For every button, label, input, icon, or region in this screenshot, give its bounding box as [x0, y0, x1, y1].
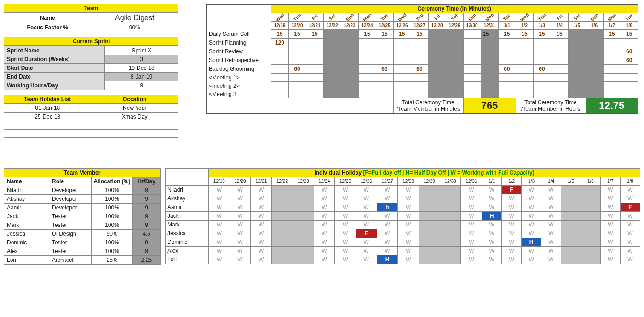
ceremony-cell[interactable] — [551, 56, 568, 65]
ceremony-cell[interactable] — [568, 82, 586, 90]
indiv-cell[interactable] — [440, 221, 461, 229]
indiv-cell[interactable] — [440, 238, 461, 247]
member-role[interactable]: Developer — [50, 204, 92, 212]
sprint-row-value[interactable]: 9 — [105, 81, 178, 90]
ceremony-cell[interactable] — [568, 65, 586, 74]
member-role[interactable]: Tester — [50, 212, 92, 221]
indiv-cell[interactable]: W — [502, 247, 522, 255]
indiv-cell[interactable] — [581, 247, 600, 255]
ceremony-cell[interactable] — [271, 82, 288, 90]
indiv-cell[interactable] — [440, 186, 461, 194]
ceremony-cell[interactable] — [376, 74, 393, 82]
indiv-cell[interactable]: W — [461, 238, 482, 247]
holiday-date[interactable] — [4, 130, 91, 138]
ceremony-cell[interactable] — [358, 47, 376, 56]
indiv-cell[interactable] — [581, 186, 600, 194]
ceremony-cell[interactable] — [428, 39, 446, 47]
indiv-cell[interactable]: W — [356, 203, 377, 212]
indiv-cell[interactable]: W — [620, 247, 640, 255]
ceremony-cell[interactable] — [271, 74, 288, 82]
ceremony-cell[interactable] — [481, 39, 498, 47]
indiv-cell[interactable]: W — [230, 238, 251, 247]
ceremony-cell[interactable] — [341, 47, 358, 56]
indiv-cell[interactable] — [561, 247, 581, 255]
indiv-cell[interactable]: W — [502, 203, 522, 212]
indiv-cell[interactable]: W — [230, 212, 251, 221]
indiv-cell[interactable]: W — [502, 238, 522, 247]
ceremony-cell[interactable] — [568, 90, 586, 98]
ceremony-cell[interactable] — [393, 82, 411, 90]
ceremony-cell[interactable] — [341, 90, 358, 98]
indiv-cell[interactable] — [561, 255, 581, 264]
member-name[interactable]: Lori — [4, 256, 50, 265]
indiv-cell[interactable]: W — [314, 186, 335, 194]
indiv-cell[interactable] — [419, 203, 440, 212]
ceremony-cell[interactable] — [428, 56, 446, 65]
holiday-date[interactable]: 01-Jan-18 — [4, 104, 91, 113]
ceremony-cell[interactable] — [498, 90, 516, 98]
ceremony-cell[interactable] — [551, 74, 568, 82]
ceremony-cell[interactable] — [621, 90, 638, 98]
indiv-cell[interactable]: W — [600, 212, 620, 221]
indiv-cell[interactable]: W — [209, 247, 230, 255]
member-alloc[interactable]: 100% — [92, 221, 133, 230]
ceremony-cell[interactable] — [288, 90, 306, 98]
indiv-cell[interactable]: W — [482, 194, 502, 203]
indiv-cell[interactable]: W — [620, 229, 640, 238]
indiv-cell[interactable]: W — [209, 238, 230, 247]
indiv-cell[interactable]: W — [482, 186, 502, 194]
ceremony-cell[interactable] — [446, 82, 463, 90]
indiv-cell[interactable]: W — [522, 186, 541, 194]
ceremony-cell[interactable] — [463, 30, 481, 39]
member-name[interactable]: Jessica — [4, 230, 50, 238]
ceremony-cell[interactable] — [358, 56, 376, 65]
indiv-cell[interactable]: W — [209, 212, 230, 221]
indiv-cell[interactable]: W — [522, 255, 541, 264]
indiv-cell[interactable] — [272, 221, 293, 229]
ceremony-cell[interactable] — [481, 90, 498, 98]
indiv-cell[interactable]: W — [230, 247, 251, 255]
indiv-cell[interactable]: W — [230, 221, 251, 229]
indiv-cell[interactable]: W — [600, 221, 620, 229]
ceremony-cell[interactable] — [621, 65, 638, 74]
ceremony-cell[interactable] — [428, 74, 446, 82]
indiv-cell[interactable]: W — [314, 194, 335, 203]
ceremony-cell[interactable] — [621, 82, 638, 90]
ceremony-cell[interactable] — [516, 82, 533, 90]
ceremony-cell[interactable] — [551, 47, 568, 56]
indiv-cell[interactable]: W — [398, 229, 419, 238]
indiv-cell[interactable]: W — [377, 194, 398, 203]
indiv-cell[interactable]: W — [600, 247, 620, 255]
indiv-cell[interactable]: W — [502, 229, 522, 238]
indiv-cell[interactable]: W — [356, 255, 377, 264]
indiv-cell[interactable]: W — [620, 238, 640, 247]
indiv-cell[interactable]: W — [377, 186, 398, 194]
ceremony-cell[interactable]: 15 — [271, 30, 288, 39]
member-name[interactable]: Akshay — [4, 195, 50, 204]
indiv-cell[interactable]: W — [600, 229, 620, 238]
ceremony-cell[interactable] — [533, 47, 551, 56]
indiv-cell[interactable] — [440, 212, 461, 221]
indiv-cell[interactable] — [419, 238, 440, 247]
indiv-cell[interactable] — [293, 212, 314, 221]
indiv-cell[interactable]: W — [398, 238, 419, 247]
indiv-cell[interactable]: W — [502, 221, 522, 229]
member-alloc[interactable]: 100% — [92, 238, 133, 247]
ceremony-cell[interactable] — [428, 30, 446, 39]
ceremony-cell[interactable] — [516, 39, 533, 47]
indiv-cell[interactable]: W — [482, 229, 502, 238]
member-role[interactable]: UI Design — [50, 230, 92, 238]
holiday-occ[interactable] — [91, 138, 178, 146]
ceremony-cell[interactable]: 15 — [358, 30, 376, 39]
indiv-cell[interactable]: W — [600, 255, 620, 264]
indiv-cell[interactable]: W — [461, 247, 482, 255]
member-name[interactable]: Jack — [4, 212, 50, 221]
holiday-occ[interactable] — [91, 121, 178, 130]
indiv-cell[interactable] — [272, 229, 293, 238]
ceremony-cell[interactable] — [341, 30, 358, 39]
ceremony-cell[interactable] — [516, 74, 533, 82]
indiv-cell[interactable] — [561, 194, 581, 203]
indiv-cell[interactable]: H — [377, 255, 398, 264]
ceremony-cell[interactable] — [551, 39, 568, 47]
indiv-cell[interactable]: W — [377, 229, 398, 238]
